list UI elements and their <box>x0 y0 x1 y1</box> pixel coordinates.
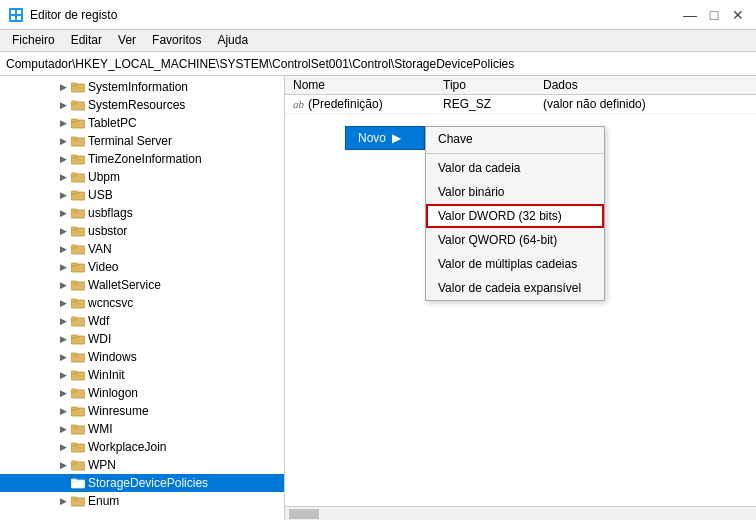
tree-item[interactable]: ▶ usbflags <box>0 204 284 222</box>
svg-rect-46 <box>71 443 77 446</box>
tree-item-label: Video <box>88 260 118 274</box>
tree-item[interactable]: ▶ SystemResources <box>0 96 284 114</box>
submenu-item[interactable]: Valor binário <box>426 180 604 204</box>
svg-rect-26 <box>71 263 77 266</box>
folder-icon <box>70 224 86 238</box>
expand-arrow-icon[interactable]: ▶ <box>56 278 70 292</box>
novo-button[interactable]: Novo ▶ <box>345 126 425 150</box>
right-scrollbar-thumb <box>289 509 319 519</box>
tree-item[interactable]: ▶ WinInit <box>0 366 284 384</box>
tree-item[interactable]: ▶ Ubpm <box>0 168 284 186</box>
window-title: Editor de registo <box>30 8 117 22</box>
right-panel: Nome Tipo Dados ab(Predefinição)REG_SZ(v… <box>285 76 756 520</box>
tree-container[interactable]: ▶ SystemInformation▶ SystemResources▶ Ta… <box>0 76 284 520</box>
expand-arrow-icon[interactable]: ▶ <box>56 260 70 274</box>
tree-item[interactable]: ▶ Video <box>0 258 284 276</box>
tree-item[interactable]: StorageDevicePolicies <box>0 474 284 492</box>
expand-arrow-icon[interactable]: ▶ <box>56 206 70 220</box>
submenu-item[interactable]: Valor DWORD (32 bits) <box>426 204 604 228</box>
folder-icon <box>70 206 86 220</box>
expand-arrow-icon[interactable]: ▶ <box>56 116 70 130</box>
folder-icon <box>70 242 86 256</box>
tree-item-label: usbstor <box>88 224 127 238</box>
submenu-item[interactable]: Chave <box>426 127 604 151</box>
tree-item-label: SystemInformation <box>88 80 188 94</box>
expand-arrow-icon[interactable] <box>56 476 70 490</box>
tree-item[interactable]: ▶ wcncsvc <box>0 294 284 312</box>
expand-arrow-icon[interactable]: ▶ <box>56 332 70 346</box>
tree-item-label: TabletPC <box>88 116 137 130</box>
main-content: ▶ SystemInformation▶ SystemResources▶ Ta… <box>0 76 756 520</box>
svg-rect-2 <box>17 10 21 14</box>
expand-arrow-icon[interactable]: ▶ <box>56 314 70 328</box>
expand-arrow-icon[interactable]: ▶ <box>56 98 70 112</box>
tree-item[interactable]: ▶ SystemInformation <box>0 78 284 96</box>
menu-item-ficheiro[interactable]: Ficheiro <box>4 32 63 49</box>
menu-item-ver[interactable]: Ver <box>110 32 144 49</box>
expand-arrow-icon[interactable]: ▶ <box>56 170 70 184</box>
tree-item-label: Winresume <box>88 404 149 418</box>
tree-item[interactable]: ▶ WDI <box>0 330 284 348</box>
expand-arrow-icon[interactable]: ▶ <box>56 494 70 508</box>
submenu-item[interactable]: Valor de cadeia expansível <box>426 276 604 300</box>
right-scrollbar[interactable] <box>285 506 756 520</box>
tree-item[interactable]: ▶ VAN <box>0 240 284 258</box>
tree-item[interactable]: ▶ Windows <box>0 348 284 366</box>
minimize-button[interactable]: — <box>680 5 700 25</box>
close-button[interactable]: ✕ <box>728 5 748 25</box>
address-bar: Computador\HKEY_LOCAL_MACHINE\SYSTEM\Con… <box>0 52 756 76</box>
tree-item-label: WPN <box>88 458 116 472</box>
tree-item-label: usbflags <box>88 206 133 220</box>
tree-item-label: Windows <box>88 350 137 364</box>
tree-item[interactable]: ▶ WMI <box>0 420 284 438</box>
menu-item-favoritos[interactable]: Favoritos <box>144 32 209 49</box>
menu-item-ajuda[interactable]: Ajuda <box>209 32 256 49</box>
menu-item-editar[interactable]: Editar <box>63 32 110 49</box>
menu-bar: FicheiroEditarVerFavoritosAjuda <box>0 30 756 52</box>
folder-icon <box>70 368 86 382</box>
tree-item[interactable]: ▶ USB <box>0 186 284 204</box>
expand-arrow-icon[interactable]: ▶ <box>56 458 70 472</box>
submenu-item[interactable]: Valor da cadeia <box>426 156 604 180</box>
tree-item[interactable]: ▶ TimeZoneInformation <box>0 150 284 168</box>
tree-item[interactable]: ▶ Terminal Server <box>0 132 284 150</box>
expand-arrow-icon[interactable]: ▶ <box>56 152 70 166</box>
app-icon <box>8 7 24 23</box>
expand-arrow-icon[interactable]: ▶ <box>56 368 70 382</box>
table-row[interactable]: ab(Predefinição)REG_SZ(valor não definid… <box>285 95 756 114</box>
svg-rect-50 <box>71 479 77 482</box>
expand-arrow-icon[interactable]: ▶ <box>56 242 70 256</box>
svg-rect-18 <box>71 191 77 194</box>
submenu-item[interactable]: Valor de múltiplas cadeias <box>426 252 604 276</box>
tree-item[interactable]: ▶ WPN <box>0 456 284 474</box>
expand-arrow-icon[interactable]: ▶ <box>56 404 70 418</box>
expand-arrow-icon[interactable]: ▶ <box>56 350 70 364</box>
tree-item[interactable]: ▶ Enum <box>0 492 284 510</box>
folder-icon <box>70 98 86 112</box>
tree-item[interactable]: ▶ usbstor <box>0 222 284 240</box>
expand-arrow-icon[interactable]: ▶ <box>56 440 70 454</box>
col-type[interactable]: Tipo <box>435 76 535 95</box>
tree-item[interactable]: ▶ WorkplaceJoin <box>0 438 284 456</box>
svg-rect-40 <box>71 389 77 392</box>
expand-arrow-icon[interactable]: ▶ <box>56 188 70 202</box>
svg-rect-10 <box>71 119 77 122</box>
submenu-item[interactable]: Valor QWORD (64-bit) <box>426 228 604 252</box>
tree-item-label: USB <box>88 188 113 202</box>
tree-item[interactable]: ▶ Wdf <box>0 312 284 330</box>
tree-item[interactable]: ▶ Winresume <box>0 402 284 420</box>
col-data[interactable]: Dados <box>535 76 756 95</box>
expand-arrow-icon[interactable]: ▶ <box>56 386 70 400</box>
tree-item[interactable]: ▶ TabletPC <box>0 114 284 132</box>
expand-arrow-icon[interactable]: ▶ <box>56 134 70 148</box>
expand-arrow-icon[interactable]: ▶ <box>56 224 70 238</box>
svg-rect-42 <box>71 407 77 410</box>
tree-item[interactable]: ▶ WalletService <box>0 276 284 294</box>
expand-arrow-icon[interactable]: ▶ <box>56 296 70 310</box>
expand-arrow-icon[interactable]: ▶ <box>56 80 70 94</box>
maximize-button[interactable]: □ <box>704 5 724 25</box>
tree-item[interactable]: ▶ Winlogon <box>0 384 284 402</box>
expand-arrow-icon[interactable]: ▶ <box>56 422 70 436</box>
col-name[interactable]: Nome <box>285 76 435 95</box>
submenu-separator <box>426 153 604 154</box>
